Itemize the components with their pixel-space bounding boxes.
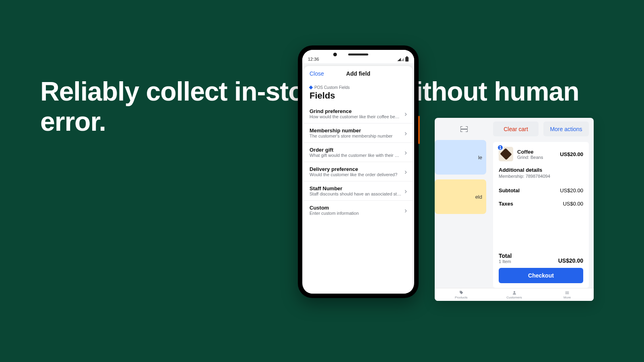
subtotal-value: US$20.00 <box>560 187 583 193</box>
field-description: How would the customer like their coffee… <box>310 114 401 119</box>
status-time: 12:36 <box>308 57 319 62</box>
additional-details-value: Membership: 7898784094 <box>499 174 583 179</box>
cart-item-name: Coffee <box>517 149 556 155</box>
total-label: Total <box>499 253 512 259</box>
taxes-value: US$0.00 <box>563 201 583 207</box>
power-button-accent <box>418 116 420 144</box>
phone-screen: 12:36 Close Add field POS Custom Fields … <box>302 50 414 294</box>
field-description: Staff discounts should have an associate… <box>310 191 401 196</box>
home-indicator <box>336 294 380 295</box>
field-row[interactable]: Delivery preferenceWould the customer li… <box>304 162 413 181</box>
tab-label: Customers <box>506 296 522 299</box>
field-name: Custom <box>310 205 401 211</box>
field-description: The customer's store membership number <box>310 134 401 138</box>
tablet-toolbar: Clear cart More actions <box>435 118 594 140</box>
checkout-button[interactable]: Checkout <box>499 268 583 283</box>
field-description: Enter custom information <box>310 211 401 216</box>
tab-products[interactable]: Products <box>435 288 488 301</box>
subtotal-row: Subtotal US$20.00 <box>499 187 583 193</box>
field-row[interactable]: Order giftWhat gift would the customer l… <box>304 143 413 162</box>
phone-frame: 12:36 Close Add field POS Custom Fields … <box>298 45 419 298</box>
tab-more[interactable]: More <box>541 288 594 301</box>
tab-label: More <box>564 296 571 299</box>
cart-item-price: US$20.00 <box>560 151 583 157</box>
clear-cart-button[interactable]: Clear cart <box>493 121 539 136</box>
product-tile[interactable]: eld <box>435 179 486 214</box>
add-field-sheet: Close Add field POS Custom Fields Fields… <box>304 66 413 294</box>
phone-speaker <box>348 53 368 56</box>
chevron-right-icon: › <box>405 207 407 214</box>
breadcrumb-label: POS Custom Fields <box>314 85 350 90</box>
cart-item-variant: Grind: Beans <box>517 155 556 160</box>
sheet-title: Add field <box>346 70 370 77</box>
field-name: Grind preference <box>310 108 401 114</box>
field-row[interactable]: Grind preferenceHow would the customer l… <box>304 104 413 123</box>
chevron-right-icon: › <box>405 110 407 117</box>
sheet-header: Close Add field <box>304 66 413 81</box>
quantity-badge: 1 <box>497 144 504 151</box>
field-row[interactable]: Membership numberThe customer's store me… <box>304 123 413 143</box>
field-description: Would the customer like the order delive… <box>310 172 401 177</box>
scan-button[interactable] <box>435 118 493 140</box>
chevron-right-icon: › <box>405 130 407 137</box>
cart-line-item[interactable]: 1 Coffee Grind: Beans US$20.00 <box>499 147 583 161</box>
tag-icon <box>459 290 464 295</box>
breadcrumb: POS Custom Fields <box>304 81 413 90</box>
close-button[interactable]: Close <box>310 70 324 77</box>
chevron-right-icon: › <box>405 168 407 175</box>
tab-customers[interactable]: Customers <box>488 288 541 301</box>
signal-secondary-icon <box>400 58 404 61</box>
field-name: Delivery preference <box>310 166 401 172</box>
more-actions-button[interactable]: More actions <box>543 121 589 136</box>
field-row[interactable]: Staff NumberStaff discounts should have … <box>304 181 413 201</box>
additional-details-heading: Additional details <box>499 167 583 173</box>
total-row: Total 1 Item US$20.00 <box>499 253 583 264</box>
taxes-label: Taxes <box>499 201 513 207</box>
pos-tablet: Clear cart More actions le eld 1 Coffee … <box>435 118 594 301</box>
field-name: Staff Number <box>310 185 401 191</box>
taxes-row: Taxes US$0.00 <box>499 201 583 207</box>
tab-label: Products <box>455 296 468 299</box>
chevron-right-icon: › <box>405 187 407 195</box>
page-title: Fields <box>304 90 413 104</box>
tablet-tabbar: Products Customers More <box>435 288 594 301</box>
barcode-scan-icon <box>460 126 468 132</box>
field-row[interactable]: CustomEnter custom information› <box>304 201 413 220</box>
battery-icon <box>405 57 409 62</box>
total-value: US$20.00 <box>558 257 583 264</box>
product-tile[interactable]: le <box>435 140 486 175</box>
breadcrumb-icon <box>309 86 313 90</box>
chevron-right-icon: › <box>405 149 407 156</box>
field-description: What gift would the customer like with t… <box>310 153 401 158</box>
field-name: Membership number <box>310 128 401 134</box>
tile-grid-peek: le eld <box>435 140 493 219</box>
status-bar: 12:36 <box>302 50 414 63</box>
field-name: Order gift <box>310 147 401 153</box>
menu-icon <box>565 290 570 295</box>
person-icon <box>512 290 517 295</box>
total-item-count: 1 Item <box>499 259 512 264</box>
phone-camera <box>333 53 337 56</box>
cart-panel: 1 Coffee Grind: Beans US$20.00 Additiona… <box>493 142 589 288</box>
subtotal-label: Subtotal <box>499 187 520 193</box>
